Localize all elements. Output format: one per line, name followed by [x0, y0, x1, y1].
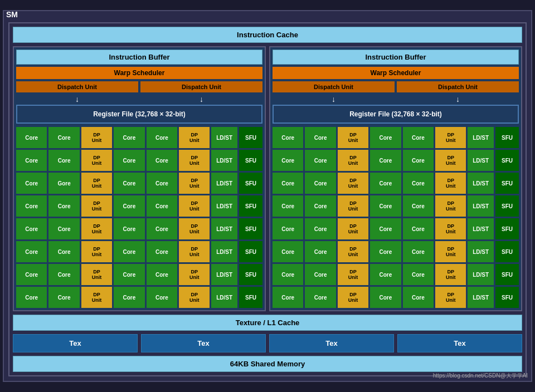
sfu-cell: SFU — [239, 150, 262, 171]
sfu-cell: SFU — [495, 173, 519, 194]
table-row: Core Core DPUnit Core Core DPUnit LD/ST … — [16, 264, 262, 285]
core-cell: Core — [370, 264, 401, 285]
dp-unit-cell: DPUnit — [81, 127, 112, 148]
table-row: Core Core DPUnit Core Core DPUnit LD/ST … — [273, 287, 519, 308]
core-cell: Core — [48, 195, 79, 217]
ldst-cell: LD/ST — [468, 127, 494, 148]
core-cell: Core — [305, 264, 335, 285]
core-cell: Core — [16, 173, 47, 194]
core-cell: Core — [147, 150, 177, 171]
instruction-cache: Instruction Cache — [13, 27, 522, 43]
dp-unit-cell: DPUnit — [338, 195, 368, 217]
dp-unit-cell: DPUnit — [179, 287, 210, 308]
left-dispatch-unit-1: Dispatch Unit — [16, 81, 138, 92]
core-cell: Core — [48, 241, 79, 262]
core-cell: Core — [114, 195, 144, 217]
core-cell: Core — [273, 264, 303, 285]
bottom-section: Texture / L1 Cache Tex Tex Tex Tex 64KB … — [13, 315, 522, 372]
ldst-cell: LD/ST — [468, 195, 494, 217]
sfu-cell: SFU — [495, 218, 519, 239]
core-cell: Core — [370, 173, 401, 194]
ldst-cell: LD/ST — [211, 264, 237, 285]
core-cell: Core — [114, 173, 144, 194]
left-arrow-1: ↓ — [16, 95, 138, 104]
core-cell: Core — [147, 127, 177, 148]
core-cell: Core — [370, 150, 401, 171]
sfu-cell: SFU — [239, 195, 262, 217]
core-cell: Core — [370, 287, 401, 308]
table-row: Core Core DPUnit Core Core DPUnit LD/ST … — [273, 173, 519, 194]
left-dispatch-row: Dispatch Unit Dispatch Unit — [16, 81, 262, 92]
tex-unit-1: Tex — [13, 334, 138, 352]
core-cell: Core — [305, 218, 335, 239]
ldst-cell: LD/ST — [211, 150, 237, 171]
core-cell: Core — [403, 195, 434, 217]
sm-container: SM Instruction Cache Instruction Buffer … — [3, 10, 532, 382]
left-warp-scheduler: Warp Scheduler — [16, 67, 262, 79]
left-half: Instruction Buffer Warp Scheduler Dispat… — [13, 46, 266, 311]
core-cell: Core — [305, 173, 335, 194]
ldst-cell: LD/ST — [211, 173, 237, 194]
right-dispatch-arrows: ↓ ↓ — [273, 95, 519, 104]
left-arrow-2: ↓ — [140, 95, 262, 104]
dp-unit-cell: DPUnit — [338, 287, 368, 308]
table-row: Core Core DPUnit Core Core DPUnit LD/ST … — [273, 150, 519, 171]
core-cell: Core — [114, 127, 144, 148]
table-row: Core Core DPUnit Core Core DPUnit LD/ST … — [273, 241, 519, 262]
core-cell: Core — [16, 218, 47, 239]
left-dispatch-unit-2: Dispatch Unit — [140, 81, 262, 92]
core-cell: Core — [147, 173, 177, 194]
core-cell: Gore — [48, 173, 79, 194]
ldst-cell: LD/ST — [468, 173, 494, 194]
core-cell: Core — [147, 287, 177, 308]
texture-cache: Texture / L1 Cache — [13, 315, 522, 331]
table-row: Core Gore DPUnit Core Core DPUnit LD/ST … — [16, 173, 262, 194]
left-register-file: Register File (32,768 × 32-bit) — [16, 105, 262, 124]
core-cell: Core — [114, 287, 144, 308]
core-cell: Core — [305, 241, 335, 262]
dp-unit-cell: DPUnit — [81, 195, 112, 217]
core-cell: Core — [16, 241, 47, 262]
core-cell: Core — [403, 150, 434, 171]
dp-unit-cell: DPUnit — [435, 287, 466, 308]
ldst-cell: LD/ST — [468, 287, 494, 308]
sfu-cell: SFU — [239, 173, 262, 194]
core-cell: Core — [403, 287, 434, 308]
core-cell: Core — [147, 264, 177, 285]
dp-unit-cell: DPUnit — [435, 241, 466, 262]
sm-label: SM — [6, 10, 18, 19]
dp-unit-cell: DPUnit — [81, 241, 112, 262]
right-dispatch-unit-2: Dispatch Unit — [397, 81, 519, 92]
table-row: Core Core DPUnit Core Core DPUnit LD/ST … — [16, 195, 262, 217]
dp-unit-cell: DPUnit — [435, 150, 466, 171]
dp-unit-cell: DPUnit — [179, 218, 210, 239]
sfu-cell: SFU — [495, 241, 519, 262]
dp-unit-cell: DPUnit — [435, 195, 466, 217]
table-row: Core Core DPUnit Core Core DPUnit LD/ST … — [16, 287, 262, 308]
dp-unit-cell: DPUnit — [338, 264, 368, 285]
table-row: Core Core DPUnit Core Core DPUnit LD/ST … — [16, 150, 262, 171]
dp-unit-cell: DPUnit — [435, 264, 466, 285]
dp-unit-cell: DPUnit — [179, 241, 210, 262]
sfu-cell: SFU — [495, 127, 519, 148]
dp-unit-cell: DPUnit — [435, 218, 466, 239]
two-column-layout: Instruction Buffer Warp Scheduler Dispat… — [13, 46, 522, 311]
core-cell: Core — [147, 195, 177, 217]
dp-unit-cell: DPUnit — [81, 150, 112, 171]
right-arrow-1: ↓ — [273, 95, 395, 104]
sm-inner: Instruction Cache Instruction Buffer War… — [8, 22, 527, 376]
ldst-cell: LD/ST — [468, 218, 494, 239]
watermark: https://blog.csdn.net/CSDN@大学学AI — [433, 372, 528, 380]
core-cell: Core — [273, 218, 303, 239]
right-register-file: Register File (32,768 × 32-bit) — [273, 105, 519, 124]
core-cell: Core — [16, 150, 47, 171]
core-cell: Core — [48, 150, 79, 171]
sfu-cell: SFU — [239, 264, 262, 285]
table-row: Core Core DPUnit Core Core DPUnit LD/ST … — [16, 127, 262, 148]
dp-unit-cell: DPUnit — [338, 241, 368, 262]
ldst-cell: LD/ST — [211, 241, 237, 262]
core-cell: Core — [114, 241, 144, 262]
sfu-cell: SFU — [239, 218, 262, 239]
dp-unit-cell: DPUnit — [179, 173, 210, 194]
core-cell: Core — [273, 173, 303, 194]
